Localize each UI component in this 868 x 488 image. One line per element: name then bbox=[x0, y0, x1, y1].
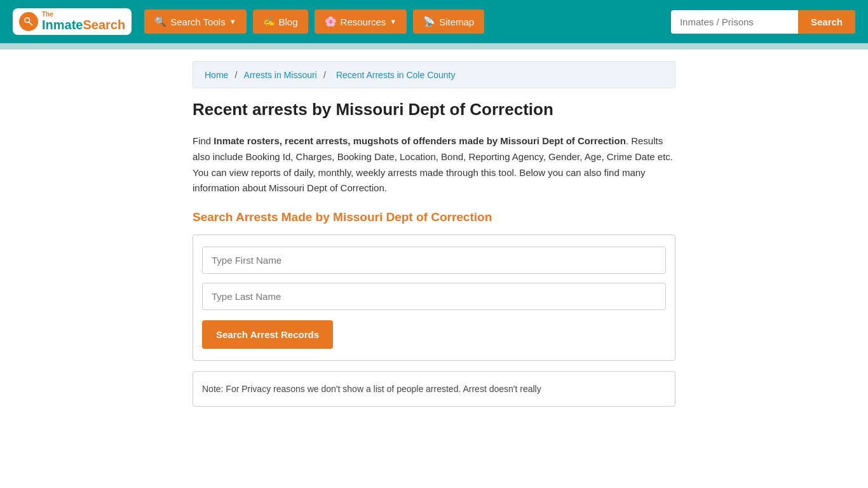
resources-icon: 🌸 bbox=[325, 16, 337, 27]
search-tools-label: Search Tools bbox=[170, 17, 225, 27]
svg-point-0 bbox=[25, 18, 30, 23]
breadcrumb-arrests-missouri[interactable]: Arrests in Missouri bbox=[244, 70, 317, 80]
sitemap-icon: 📡 bbox=[423, 16, 435, 27]
chevron-down-icon: ▼ bbox=[229, 18, 236, 25]
breadcrumb-separator-2: / bbox=[323, 70, 326, 80]
blog-button[interactable]: ✍ Blog bbox=[253, 10, 308, 34]
header-search-input[interactable] bbox=[671, 10, 798, 34]
breadcrumb-separator-1: / bbox=[235, 70, 238, 80]
logo[interactable]: The InmateSearch bbox=[13, 8, 132, 35]
last-name-input[interactable] bbox=[202, 283, 666, 310]
blog-icon: ✍ bbox=[263, 16, 275, 27]
breadcrumb-home[interactable]: Home bbox=[205, 70, 228, 80]
sitemap-label: Sitemap bbox=[439, 17, 474, 27]
svg-line-1 bbox=[29, 22, 32, 25]
first-name-input[interactable] bbox=[202, 247, 666, 274]
chevron-down-icon-resources: ▼ bbox=[390, 18, 397, 25]
page-title: Recent arrests by Missouri Dept of Corre… bbox=[193, 100, 675, 119]
breadcrumb-current: Recent Arrests in Cole County bbox=[336, 70, 456, 80]
sitemap-button[interactable]: 📡 Sitemap bbox=[413, 10, 484, 34]
search-tools-icon: 🔍 bbox=[154, 16, 166, 27]
desc-bold: Inmate rosters, recent arrests, mugshots… bbox=[214, 135, 625, 146]
note-text: Note: For Privacy reasons we don't show … bbox=[202, 384, 541, 394]
logo-the: The bbox=[42, 11, 125, 18]
search-form: Search Arrest Records bbox=[193, 234, 675, 361]
logo-icon bbox=[19, 12, 38, 31]
breadcrumb: Home / Arrests in Missouri / Recent Arre… bbox=[193, 61, 675, 88]
site-header: The InmateSearch 🔍 Search Tools ▼ ✍ Blog… bbox=[0, 0, 868, 43]
logo-name: InmateSearch bbox=[42, 18, 125, 32]
main-content: Home / Arrests in Missouri / Recent Arre… bbox=[186, 61, 682, 432]
search-arrest-button[interactable]: Search Arrest Records bbox=[202, 320, 333, 349]
header-search-button[interactable]: Search bbox=[798, 10, 855, 34]
search-heading: Search Arrests Made by Missouri Dept of … bbox=[193, 210, 675, 224]
resources-button[interactable]: 🌸 Resources ▼ bbox=[315, 10, 407, 34]
blog-label: Blog bbox=[279, 17, 298, 27]
desc-prefix: Find bbox=[193, 135, 214, 146]
header-search-area: Search bbox=[671, 10, 855, 34]
note-area: Note: For Privacy reasons we don't show … bbox=[193, 371, 675, 407]
search-tools-button[interactable]: 🔍 Search Tools ▼ bbox=[144, 10, 246, 34]
sub-strip bbox=[0, 43, 868, 50]
resources-label: Resources bbox=[341, 17, 386, 27]
page-description: Find Inmate rosters, recent arrests, mug… bbox=[193, 133, 675, 196]
logo-search-part: Search bbox=[83, 18, 125, 32]
